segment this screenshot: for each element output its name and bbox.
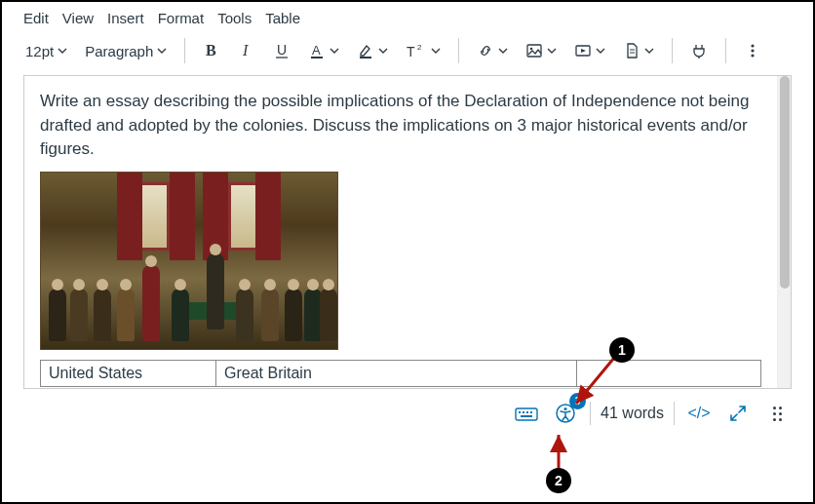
image-icon [525, 42, 543, 59]
menubar: Edit View Insert Format Tools Table [2, 2, 813, 30]
table-row[interactable]: United States Great Britain [41, 360, 761, 386]
chevron-down-icon [596, 46, 605, 56]
document-dropdown[interactable] [617, 36, 660, 65]
statusbar-separator [674, 402, 675, 425]
font-size-dropdown[interactable]: 12pt [19, 36, 73, 65]
italic-button[interactable]: I [232, 36, 261, 65]
chevron-down-icon [431, 46, 441, 56]
keyboard-icon [515, 405, 538, 422]
underline-button[interactable]: U [267, 36, 296, 65]
menu-format[interactable]: Format [158, 10, 205, 26]
image-dropdown[interactable] [520, 36, 563, 65]
bold-button[interactable]: B [197, 36, 226, 65]
underline-icon: U [273, 42, 291, 59]
svg-rect-19 [523, 411, 524, 413]
italic-icon: I [238, 42, 255, 59]
text-color-icon: A [308, 42, 326, 59]
svg-rect-22 [521, 415, 532, 417]
svg-rect-18 [519, 411, 521, 413]
chevron-down-icon [378, 46, 388, 56]
apps-plugin-button[interactable] [684, 36, 714, 65]
svg-rect-20 [526, 411, 528, 413]
svg-text:I: I [242, 42, 249, 58]
chevron-down-icon [157, 46, 167, 56]
block-format-dropdown[interactable]: Paragraph [79, 36, 173, 65]
svg-text:U: U [277, 42, 287, 58]
document-icon [623, 42, 640, 59]
chevron-down-icon [330, 46, 339, 56]
more-button[interactable] [738, 36, 767, 65]
svg-point-15 [752, 49, 755, 52]
menu-view[interactable]: View [62, 10, 94, 26]
link-icon [477, 42, 494, 59]
plug-icon [690, 42, 708, 59]
annotation-arrow [570, 353, 619, 411]
kebab-icon [746, 42, 759, 59]
link-dropdown[interactable] [471, 36, 514, 65]
keyboard-shortcuts-button[interactable] [512, 399, 541, 428]
svg-point-16 [752, 54, 755, 57]
svg-rect-5 [311, 57, 323, 58]
editor-app: Edit View Insert Format Tools Table 12pt… [0, 0, 815, 504]
svg-point-14 [752, 44, 755, 47]
essay-prompt-text: Write an essay describing the possible i… [40, 90, 761, 162]
chevron-down-icon [498, 46, 508, 56]
superscript-dropdown[interactable]: T2 [400, 36, 446, 65]
html-view-toggle[interactable]: </> [684, 399, 714, 428]
toolbar: 12pt Paragraph B I U A [2, 30, 813, 75]
svg-text:2: 2 [417, 43, 422, 52]
annotation-callout-1: 1 [609, 337, 635, 363]
menu-table[interactable]: Table [265, 10, 300, 26]
drag-handle-icon [773, 407, 782, 421]
menu-insert[interactable]: Insert [107, 10, 144, 26]
chevron-down-icon [644, 46, 654, 56]
menu-tools[interactable]: Tools [217, 10, 252, 26]
superscript-icon: T2 [406, 42, 427, 59]
svg-line-25 [576, 358, 614, 404]
highlight-color-dropdown[interactable] [351, 36, 394, 65]
toolbar-separator [184, 38, 185, 63]
toolbar-separator [672, 38, 673, 63]
text-color-dropdown[interactable]: A [302, 36, 345, 65]
svg-point-10 [530, 48, 533, 51]
menu-edit[interactable]: Edit [23, 10, 49, 26]
bold-icon: B [203, 42, 220, 59]
svg-point-24 [563, 407, 566, 410]
svg-text:T: T [407, 44, 415, 59]
content-table[interactable]: United States Great Britain [40, 360, 761, 387]
svg-rect-21 [530, 411, 532, 413]
statusbar: 3 41 words </> [2, 389, 813, 428]
svg-text:B: B [206, 42, 216, 58]
svg-rect-17 [516, 408, 537, 420]
scrollbar-thumb[interactable] [780, 76, 790, 289]
editor-area[interactable]: Write an essay describing the possible i… [23, 75, 792, 389]
chevron-down-icon [58, 46, 67, 56]
annotation-callout-2: 2 [546, 468, 571, 493]
resize-handle[interactable] [762, 399, 792, 428]
editor-content[interactable]: Write an essay describing the possible i… [24, 76, 777, 388]
highlight-icon [357, 42, 374, 59]
toolbar-separator [458, 38, 459, 63]
svg-text:A: A [312, 43, 321, 58]
table-cell[interactable]: United States [41, 360, 216, 386]
media-icon [574, 42, 592, 59]
media-dropdown[interactable] [568, 36, 611, 65]
table-cell[interactable]: Great Britain [216, 360, 577, 386]
svg-rect-6 [360, 57, 371, 58]
block-format-label: Paragraph [85, 43, 153, 59]
expand-icon [728, 404, 748, 423]
embedded-image[interactable] [40, 172, 338, 350]
toolbar-separator [725, 38, 726, 63]
fullscreen-button[interactable] [723, 399, 753, 428]
font-size-label: 12pt [25, 43, 54, 59]
chevron-down-icon [547, 46, 557, 56]
scrollbar[interactable] [777, 76, 791, 388]
